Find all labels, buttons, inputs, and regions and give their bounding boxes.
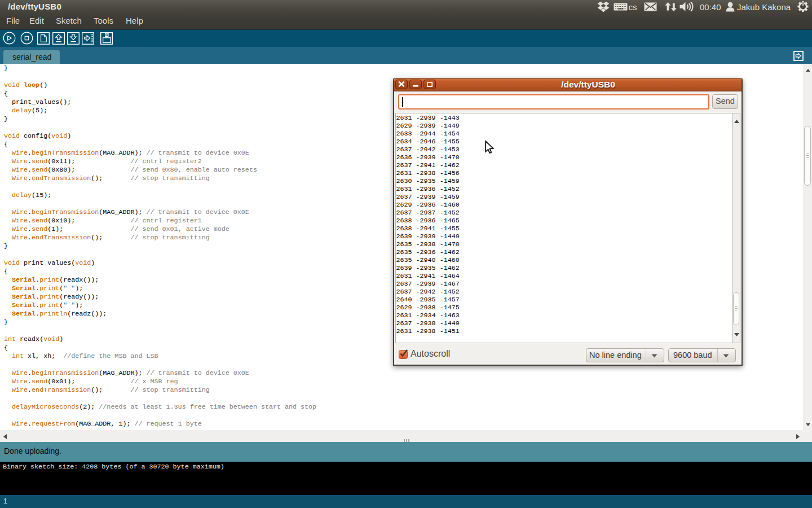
- svg-text:00:40: 00:40: [700, 2, 721, 12]
- svg-text:cs: cs: [629, 2, 637, 12]
- svg-text:Jakub Kakona: Jakub Kakona: [737, 2, 791, 12]
